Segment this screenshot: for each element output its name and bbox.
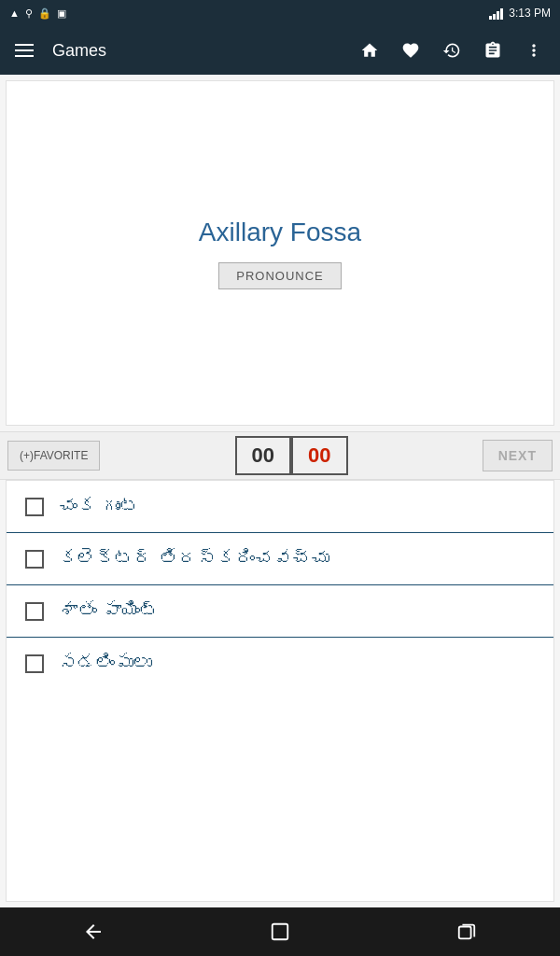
option-checkbox-2[interactable] xyxy=(25,550,44,569)
home-button[interactable] xyxy=(351,32,388,69)
status-left-icons: ▲ ⚲ 🔒 ▣ xyxy=(9,7,66,20)
option-text-3: శాతం పాయింట్ xyxy=(59,600,159,622)
status-right-info: 3:13 PM xyxy=(489,7,551,20)
next-button[interactable]: NEXT xyxy=(483,440,553,471)
pronounce-button[interactable]: PRONOUNCE xyxy=(218,262,342,289)
clipboard-button[interactable] xyxy=(474,32,511,69)
toolbar-title: Games xyxy=(52,41,351,61)
score-display: 00 00 xyxy=(100,436,482,475)
score-right: 00 xyxy=(291,436,347,475)
toolbar-actions xyxy=(351,32,553,69)
back-nav-button[interactable] xyxy=(65,913,121,950)
options-list: చంక గుంటకలెక్టర్ తిరస్కరించవచ్చుశాతం పాయ… xyxy=(6,480,554,902)
menu-button[interactable] xyxy=(7,34,41,67)
toolbar: Games xyxy=(0,26,560,75)
recents-nav-button[interactable] xyxy=(439,913,495,950)
signal-icon xyxy=(489,7,503,20)
option-item[interactable]: చంక గుంట xyxy=(7,481,553,533)
svg-rect-0 xyxy=(273,924,288,940)
lock-icon: 🔒 xyxy=(38,7,51,20)
option-checkbox-4[interactable] xyxy=(25,654,44,673)
battery-status-icon: ▣ xyxy=(57,7,66,20)
status-bar: ▲ ⚲ 🔒 ▣ 3:13 PM xyxy=(0,0,560,26)
status-time: 3:13 PM xyxy=(509,7,551,20)
home-nav-button[interactable] xyxy=(252,913,308,950)
option-checkbox-3[interactable] xyxy=(25,602,44,621)
svg-rect-1 xyxy=(459,927,471,939)
usb-icon: ⚲ xyxy=(25,7,33,20)
option-text-4: సడలింపులు xyxy=(59,653,152,674)
option-text-2: కలెక్టర్ తిరస్కరించవచ్చు xyxy=(59,548,329,569)
option-checkbox-1[interactable] xyxy=(25,498,44,516)
score-left: 00 xyxy=(235,436,291,475)
more-options-button[interactable] xyxy=(515,32,553,69)
option-item[interactable]: శాతం పాయింట్ xyxy=(7,585,553,638)
word-title: Axillary Fossa xyxy=(199,218,361,247)
triangle-icon: ▲ xyxy=(9,7,20,19)
nav-bar xyxy=(0,907,560,956)
favorites-button[interactable] xyxy=(392,32,429,69)
option-text-1: చంక గుంట xyxy=(59,496,139,517)
word-card: Axillary Fossa PRONOUNCE xyxy=(6,80,554,426)
action-bar: (+)FAVORITE 00 00 NEXT xyxy=(0,431,560,480)
favorite-button[interactable]: (+)FAVORITE xyxy=(7,441,100,471)
option-item[interactable]: సడలింపులు xyxy=(7,638,553,689)
option-item[interactable]: కలెక్టర్ తిరస్కరించవచ్చు xyxy=(7,533,553,585)
history-button[interactable] xyxy=(433,32,470,69)
main-content: Axillary Fossa PRONOUNCE (+)FAVORITE 00 … xyxy=(0,75,560,907)
